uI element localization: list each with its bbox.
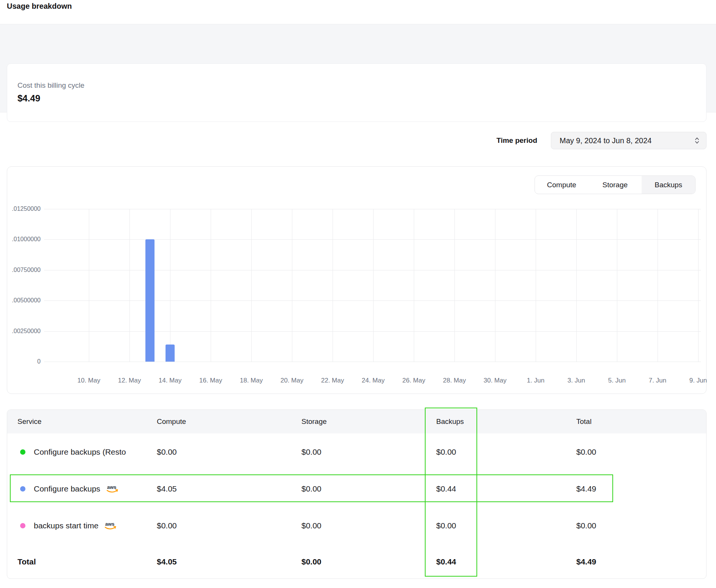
x-gridline: [495, 209, 495, 362]
y-gridline: [44, 239, 701, 240]
series-dot-blue: [20, 486, 25, 492]
y-axis-tick-label: .00250000: [7, 327, 41, 335]
table-row: Configure backups aws $4.05 $0.00 $0.44 …: [7, 470, 706, 507]
service-name: backups start time: [34, 521, 98, 530]
time-period-select[interactable]: May 9, 2024 to Jun 8, 2024: [551, 132, 707, 149]
tab-compute[interactable]: Compute: [535, 176, 588, 194]
x-axis-tick-label: 14. May: [147, 376, 193, 385]
y-gridline: [44, 362, 701, 362]
usage-chart-card: .01250000.01000000.00750000.00500000.002…: [7, 166, 707, 394]
x-axis-tick-label: 10. May: [66, 376, 112, 385]
y-axis-tick-label: 0: [7, 357, 41, 366]
x-gridline: [617, 209, 617, 362]
series-dot-green: [20, 449, 25, 455]
cost-cycle-value: $4.49: [17, 93, 696, 104]
x-axis-tick-label: 3. Jun: [554, 376, 599, 385]
x-axis-tick-label: 20. May: [269, 376, 315, 385]
aws-logo-icon: aws: [106, 484, 119, 494]
x-gridline: [698, 209, 699, 362]
backups-value: $0.44: [436, 484, 576, 493]
up-down-chevron-icon: [694, 136, 700, 145]
x-gridline: [211, 209, 211, 362]
x-gridline: [292, 209, 292, 362]
svg-text:aws: aws: [105, 521, 115, 527]
bar-chart-plot: .01250000.01000000.00750000.00500000.002…: [7, 167, 706, 394]
x-axis-tick-label: 28. May: [432, 376, 477, 385]
column-header-total: Total: [576, 417, 707, 426]
y-axis-tick-label: .00750000: [7, 266, 41, 274]
x-axis-tick-label: 16. May: [188, 376, 233, 385]
usage-table-card: Service Compute Storage Backups Total Co…: [7, 409, 707, 579]
storage-total: $0.00: [301, 557, 436, 566]
storage-value: $0.00: [301, 521, 436, 530]
storage-value: $0.00: [301, 484, 436, 493]
compute-value: $4.05: [157, 484, 301, 493]
column-header-storage: Storage: [301, 417, 436, 426]
x-gridline: [170, 209, 170, 362]
table-total-row: Total $4.05 $0.00 $0.44 $4.49: [7, 544, 706, 579]
backups-total: $0.44: [436, 557, 576, 566]
x-gridline: [414, 209, 414, 362]
x-axis-tick-label: 18. May: [229, 376, 274, 385]
column-header-backups: Backups: [436, 417, 576, 426]
service-name: Configure backups (Resto: [34, 447, 126, 457]
service-cell: Configure backups aws: [17, 484, 157, 494]
svg-text:aws: aws: [107, 484, 117, 490]
table-row: Configure backups (Resto $0.00 $0.00 $0.…: [7, 433, 706, 470]
y-gridline: [44, 270, 701, 270]
x-gridline: [454, 209, 455, 362]
compute-total: $4.05: [157, 557, 301, 566]
grand-total: $4.49: [576, 557, 707, 566]
column-header-service: Service: [17, 417, 157, 426]
x-axis-tick-label: 9. Jun: [675, 376, 716, 385]
x-axis-tick-label: 5. Jun: [594, 376, 640, 385]
time-period-value: May 9, 2024 to Jun 8, 2024: [560, 136, 651, 145]
x-gridline: [333, 209, 333, 362]
column-header-compute: Compute: [157, 417, 301, 426]
series-dot-pink: [20, 523, 25, 528]
usage-breakdown-page: { "page": { "title": "Usage breakdown" }…: [0, 0, 716, 588]
table-row: backups start time aws $0.00 $0.00 $0.00…: [7, 507, 706, 544]
backups-value: $0.00: [436, 447, 576, 457]
x-axis-tick-label: 30. May: [472, 376, 518, 385]
summary-band: Cost this billing cycle $4.49: [0, 24, 716, 112]
y-gridline: [44, 209, 701, 209]
total-value: $0.00: [576, 521, 707, 530]
y-gridline: [44, 300, 701, 301]
y-axis-tick-label: .01000000: [7, 235, 41, 243]
service-name: Configure backups: [34, 484, 100, 493]
y-gridline: [44, 331, 701, 332]
backups-value: $0.00: [436, 521, 576, 530]
table-header-row: Service Compute Storage Backups Total: [7, 410, 706, 433]
tab-storage[interactable]: Storage: [588, 176, 642, 194]
compute-value: $0.00: [157, 521, 301, 530]
cost-cycle-label: Cost this billing cycle: [17, 81, 696, 90]
time-period-label: Time period: [497, 136, 537, 145]
service-cell: backups start time aws: [17, 521, 157, 531]
total-label: Total: [17, 557, 157, 566]
x-axis-tick-label: 12. May: [107, 376, 152, 385]
total-value: $0.00: [576, 447, 707, 457]
total-value: $4.49: [576, 484, 707, 493]
x-gridline: [251, 209, 252, 362]
x-axis-tick-label: 26. May: [391, 376, 437, 385]
aws-logo-icon: aws: [104, 521, 117, 531]
x-axis-tick-label: 1. Jun: [513, 376, 558, 385]
y-axis-tick-label: .00500000: [7, 296, 41, 305]
x-gridline: [576, 209, 577, 362]
chart-bar-14-may: [166, 345, 175, 362]
chart-bar-13-may: [145, 239, 155, 362]
x-axis-tick-label: 24. May: [350, 376, 396, 385]
page-title: Usage breakdown: [7, 2, 72, 11]
tab-backups[interactable]: Backups: [642, 176, 695, 194]
x-gridline: [658, 209, 658, 362]
x-gridline: [536, 209, 536, 362]
compute-value: $0.00: [157, 447, 301, 457]
x-gridline: [129, 209, 130, 362]
x-gridline: [373, 209, 374, 362]
service-cell: Configure backups (Resto: [17, 447, 157, 457]
cost-summary-card: Cost this billing cycle $4.49: [7, 63, 707, 122]
storage-value: $0.00: [301, 447, 436, 457]
chart-metric-tabs: Compute Storage Backups: [535, 175, 695, 194]
x-axis-tick-label: 22. May: [310, 376, 355, 385]
